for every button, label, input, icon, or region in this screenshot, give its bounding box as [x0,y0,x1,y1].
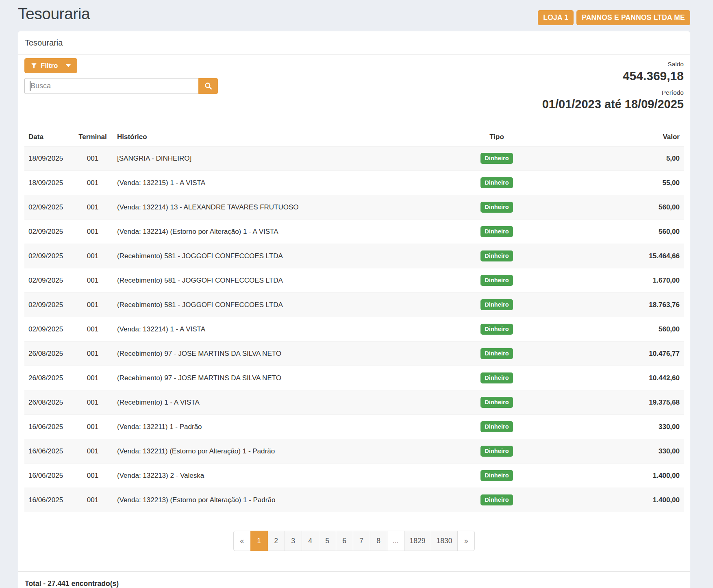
filter-button[interactable]: Filtro [24,58,77,73]
cell-tipo: Dinheiro [470,439,523,464]
table-row: 02/09/2025 001 (Recebimento) 581 - JOGGO… [24,244,684,268]
cell-terminal: 001 [72,415,113,439]
pagination-item[interactable]: 1829 [404,531,431,551]
cell-tipo: Dinheiro [470,342,523,366]
column-header-tipo: Tipo [470,128,523,146]
table-row: 18/09/2025 001 (Venda: 132215) 1 - A VIS… [24,171,684,195]
pagination-item[interactable]: 1 [250,531,268,551]
cell-data: 02/09/2025 [24,244,72,268]
cell-data: 16/06/2025 [24,488,72,512]
pagination-item[interactable]: 8 [370,531,387,551]
cell-valor: 5,00 [523,146,684,171]
pagination-item[interactable]: « [233,531,251,551]
cell-terminal: 001 [72,390,113,415]
table-row: 26/08/2025 001 (Recebimento) 97 - JOSE M… [24,366,684,390]
cell-tipo: Dinheiro [470,146,523,171]
cell-historico: (Venda: 132215) 1 - A VISTA [113,171,470,195]
cell-valor: 330,00 [523,415,684,439]
cell-terminal: 001 [72,146,113,171]
tipo-badge: Dinheiro [480,299,513,310]
tipo-badge: Dinheiro [480,348,513,359]
cell-data: 02/09/2025 [24,268,72,293]
pagination-wrap: «12345678...18291830» [24,531,684,551]
tipo-badge: Dinheiro [480,397,513,408]
pagination-item[interactable]: 5 [319,531,336,551]
pagination-item: ... [387,531,404,551]
cell-data: 02/09/2025 [24,293,72,317]
tipo-badge: Dinheiro [480,324,513,335]
cell-historico: (Venda: 132211) (Estorno por Alteração) … [113,439,470,464]
cell-valor: 10.442,60 [523,366,684,390]
cell-historico: (Venda: 132214) 13 - ALEXANDRE TAVARES F… [113,195,470,220]
cell-tipo: Dinheiro [470,488,523,512]
cell-terminal: 001 [72,293,113,317]
toolbar: Filtro Saldo 454.369,18 Período [24,58,684,111]
pagination-item[interactable]: 7 [353,531,370,551]
cell-tipo: Dinheiro [470,268,523,293]
pagination-item[interactable]: 6 [336,531,353,551]
cell-data: 26/08/2025 [24,366,72,390]
tipo-badge: Dinheiro [480,372,513,383]
page: Tesouraria LOJA 1 PANNOS E PANNOS LTDA M… [0,0,713,588]
cell-tipo: Dinheiro [470,195,523,220]
search-button[interactable] [198,78,218,94]
cell-terminal: 001 [72,488,113,512]
periodo-value: 01/01/2023 até 18/09/2025 [542,98,684,111]
cell-data: 16/06/2025 [24,464,72,488]
cell-tipo: Dinheiro [470,366,523,390]
tipo-badge: Dinheiro [480,202,513,213]
toolbar-left: Filtro [24,58,218,94]
table-row: 26/08/2025 001 (Recebimento) 1 - A VISTA… [24,390,684,415]
cell-data: 16/06/2025 [24,439,72,464]
cell-historico: (Venda: 132214) (Estorno por Alteração) … [113,220,470,244]
column-header-valor: Valor [523,128,684,146]
cell-tipo: Dinheiro [470,415,523,439]
chevron-down-icon [66,64,71,67]
pagination-item[interactable]: 4 [302,531,319,551]
cell-data: 02/09/2025 [24,317,72,342]
cell-historico: (Venda: 132211) 1 - Padrão [113,415,470,439]
cell-valor: 55,00 [523,171,684,195]
table-row: 02/09/2025 001 (Venda: 132214) 13 - ALEX… [24,195,684,220]
cell-terminal: 001 [72,244,113,268]
cell-terminal: 001 [72,268,113,293]
tipo-badge: Dinheiro [480,446,513,457]
cell-terminal: 001 [72,464,113,488]
pagination-item[interactable]: » [457,531,475,551]
pagination-item[interactable]: 3 [285,531,302,551]
cell-valor: 15.464,66 [523,244,684,268]
cell-tipo: Dinheiro [470,220,523,244]
cell-historico: (Recebimento) 581 - JOGGOFI CONFECCOES L… [113,268,470,293]
search-input[interactable] [24,78,198,94]
cell-valor: 1.670,00 [523,268,684,293]
card-body: Filtro Saldo 454.369,18 Período [18,55,690,571]
pagination-item[interactable]: 1830 [431,531,458,551]
cell-terminal: 001 [72,220,113,244]
page-header: Tesouraria LOJA 1 PANNOS E PANNOS LTDA M… [18,4,690,25]
cell-historico: (Recebimento) 1 - A VISTA [113,390,470,415]
cell-historico: (Venda: 132213) (Estorno por Alteração) … [113,488,470,512]
tipo-badge: Dinheiro [480,177,513,188]
cell-historico: (Venda: 132213) 2 - Valeska [113,464,470,488]
total-count: Total - 27.441 encontrado(s) [18,571,690,588]
cell-valor: 560,00 [523,317,684,342]
tipo-badge: Dinheiro [480,494,513,505]
table-row: 02/09/2025 001 (Venda: 132214) (Estorno … [24,220,684,244]
cell-valor: 1.400,00 [523,464,684,488]
pagination-item[interactable]: 2 [267,531,285,551]
cell-historico: [SANGRIA - DINHEIRO] [113,146,470,171]
cell-tipo: Dinheiro [470,244,523,268]
cell-tipo: Dinheiro [470,390,523,415]
tesouraria-card: Tesouraria Filtro [18,31,690,588]
cell-terminal: 001 [72,342,113,366]
store-button[interactable]: LOJA 1 [538,10,574,25]
company-button[interactable]: PANNOS E PANNOS LTDA ME [576,10,690,25]
page-title: Tesouraria [18,5,90,23]
tipo-badge: Dinheiro [480,250,513,261]
cell-valor: 330,00 [523,439,684,464]
tipo-badge: Dinheiro [480,421,513,432]
cell-historico: (Recebimento) 581 - JOGGOFI CONFECCOES L… [113,293,470,317]
column-header-data: Data [24,128,72,146]
cell-valor: 10.476,77 [523,342,684,366]
table-row: 26/08/2025 001 (Recebimento) 97 - JOSE M… [24,342,684,366]
